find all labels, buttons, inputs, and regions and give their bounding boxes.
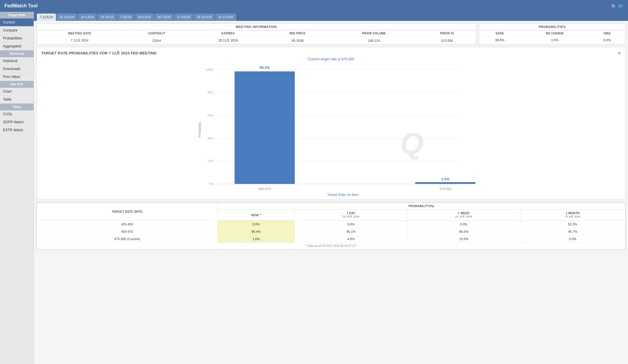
- col-mid-price: MID PRICE: [266, 30, 330, 37]
- tab-18-6月25[interactable]: 18 6月25: [135, 14, 154, 21]
- meeting-info-header: MEETING INFORMATION: [37, 24, 476, 30]
- col-1-day: 1 DAY25 10月 2024: [295, 210, 407, 221]
- cell-1d-2: 95.1%: [295, 228, 407, 235]
- refresh-icon[interactable]: ↻: [612, 3, 615, 9]
- cell-prior-volume: 100,124: [330, 37, 418, 44]
- cell-now-3: 1.6%: [218, 235, 295, 243]
- tab-7-5月25[interactable]: 7 5月25: [117, 14, 135, 21]
- cell-rate-1: 425-450: [37, 221, 218, 228]
- svg-text:100%: 100%: [206, 68, 213, 72]
- probabilities-header: PROBABILITIES: [479, 24, 626, 30]
- sidebar-section-tools: Tools: [0, 104, 34, 110]
- cell-prior-oi: 513,556: [418, 37, 476, 44]
- layout: Target Rate Current Compare Probabilitie…: [0, 12, 628, 364]
- chart-container: Probability 100% 80% 60% 40% 20%: [41, 64, 621, 196]
- cell-meeting-date: 7 11月 2024: [37, 37, 123, 44]
- cell-1w-1: 0.0%: [407, 221, 520, 228]
- cell-mid-price: 95.3538: [266, 37, 330, 44]
- svg-text:0%: 0%: [209, 182, 213, 186]
- col-1-month: 1 MONTH27 9月 2024: [520, 210, 625, 221]
- cell-rate-2: 450-475: [37, 228, 218, 235]
- svg-text:98.4%: 98.4%: [260, 66, 270, 70]
- cell-ease: 98.4%: [479, 37, 521, 44]
- col-prior-volume: PRIOR VOLUME: [330, 30, 418, 37]
- tab-17-9月25[interactable]: 17 9月25: [174, 14, 193, 21]
- cell-contract: ZQX4: [123, 37, 191, 44]
- bar-450-475: [235, 72, 295, 184]
- chart-svg: Probability 100% 80% 60% 40% 20%: [41, 64, 621, 196]
- sidebar-item-cvol[interactable]: CVOL: [0, 110, 34, 118]
- cell-no-change: 1.6%: [521, 37, 589, 44]
- chart-subtitle: Current target rate is 475-500: [41, 57, 621, 61]
- probabilities-table: EASE NO CHANGE HIKE 98.4% 1.6% 0.0%: [479, 30, 626, 43]
- cell-expires: 29 11月 2024: [191, 37, 266, 44]
- tab-29-1月25[interactable]: 29 1月25: [78, 14, 97, 21]
- app-title: FedWatch Tool: [4, 3, 38, 9]
- col-1-week: 1 WEEK21 10月 2024: [407, 210, 520, 221]
- sidebar-item-probabilities[interactable]: Probabilities: [0, 34, 34, 42]
- svg-text:Target Rate (in bps): Target Rate (in bps): [327, 193, 359, 196]
- col-hike: HIKE: [589, 30, 625, 37]
- sidebar-item-downloads[interactable]: Downloads: [0, 65, 34, 73]
- footer-row: * Data as of 28.10月 2024 06:34:07 CT: [37, 243, 625, 250]
- meeting-info-box: MEETING INFORMATION MEETING DATE CONTRAC…: [36, 23, 476, 44]
- col-meeting-date: MEETING DATE: [37, 30, 123, 37]
- sidebar-item-prior-hikes[interactable]: Prior Hikes: [0, 73, 34, 81]
- svg-text:40%: 40%: [208, 137, 213, 140]
- cell-rate-3: 475-500 (Current): [37, 235, 218, 243]
- chart-title: TARGET RATE PROBABILITIES FOR 7 11月 2024…: [41, 51, 157, 56]
- sidebar-item-historical[interactable]: Historical: [0, 57, 34, 65]
- sidebar-item-chart[interactable]: Chart: [0, 88, 34, 96]
- svg-text:60%: 60%: [208, 114, 213, 117]
- info-row: MEETING INFORMATION MEETING DATE CONTRAC…: [36, 23, 626, 44]
- sidebar-item-current[interactable]: Current: [0, 19, 34, 26]
- probabilities-box: PROBABILITIES EASE NO CHANGE HIKE 98.4%: [479, 23, 626, 44]
- tab-19-3月25[interactable]: 19 3月25: [97, 14, 117, 21]
- table-row: 475-500 (Current) 1.6% 4.9% 13.5% 0.0%: [37, 235, 625, 243]
- svg-text:475-500: 475-500: [439, 187, 451, 191]
- sidebar-item-table[interactable]: Table: [0, 96, 34, 104]
- content-area: MEETING INFORMATION MEETING DATE CONTRAC…: [34, 21, 628, 252]
- cell-1w-3: 13.5%: [407, 235, 520, 243]
- col-target-rate-bps: TARGET RATE (BPS): [37, 203, 218, 221]
- col-ease: EASE: [479, 30, 521, 37]
- sidebar-item-estr-watch[interactable]: ESTR Watch: [0, 126, 34, 134]
- table-row: 425-450 0.0% 0.0% 0.0% 53.3%: [37, 221, 625, 228]
- chart-menu-icon[interactable]: ≡: [618, 51, 621, 56]
- svg-text:Q: Q: [400, 127, 424, 160]
- sidebar-item-compare[interactable]: Compare: [0, 26, 34, 34]
- footer-note: * Data as of 28.10月 2024 06:34:07 CT: [37, 243, 625, 250]
- svg-text:450-475: 450-475: [259, 187, 271, 191]
- sidebar-item-sofr-watch[interactable]: SOFR Watch: [0, 118, 34, 126]
- bar-475-500: [415, 182, 475, 184]
- meeting-info-table: MEETING DATE CONTRACT EXPIRES MID PRICE …: [37, 30, 476, 44]
- table-row: 450-475 98.4% 95.1% 86.5% 46.7%: [37, 228, 625, 235]
- bottom-table-area: TARGET RATE (BPS) PROBABILITY(%) NOW * 1…: [36, 202, 626, 250]
- twitter-icon[interactable]: 🐦: [618, 3, 624, 9]
- tab-10-12月25[interactable]: 10 12月25: [215, 14, 236, 21]
- cell-now-2: 98.4%: [218, 228, 295, 235]
- cell-1d-3: 4.9%: [295, 235, 407, 243]
- cell-hike: 0.0%: [589, 37, 625, 44]
- col-no-change: NO CHANGE: [521, 30, 589, 37]
- bottom-table: TARGET RATE (BPS) PROBABILITY(%) NOW * 1…: [37, 202, 625, 250]
- meeting-tabs: 7 11月24 18 12月24 29 1月25 19 3月25 7 5月25 …: [34, 12, 628, 21]
- sidebar-section-historical: Historical: [0, 50, 34, 57]
- svg-text:1.6%: 1.6%: [441, 177, 450, 181]
- header-icons: ↻ 🐦: [612, 3, 624, 9]
- tab-18-12月24[interactable]: 18 12月24: [57, 14, 77, 21]
- sidebar: Target Rate Current Compare Probabilitie…: [0, 12, 34, 364]
- cell-1w-2: 86.5%: [407, 228, 520, 235]
- tab-30-7月25[interactable]: 30 7月25: [155, 14, 174, 21]
- main-content: 7 11月24 18 12月24 29 1月25 19 3月25 7 5月25 …: [34, 12, 628, 364]
- col-probability-header: PROBABILITY(%): [218, 203, 625, 210]
- cell-1m-2: 46.7%: [520, 228, 625, 235]
- chart-area: TARGET RATE PROBABILITIES FOR 7 11月 2024…: [36, 47, 626, 200]
- tab-7-11月24[interactable]: 7 11月24: [37, 14, 56, 21]
- sidebar-section-target-rate: Target Rate: [0, 12, 34, 19]
- cell-1m-1: 53.3%: [520, 221, 625, 228]
- col-expires: EXPIRES: [191, 30, 266, 37]
- col-contract: CONTRACT: [123, 30, 191, 37]
- tab-29-10月25[interactable]: 29 10月25: [194, 14, 215, 21]
- sidebar-item-aggregated[interactable]: Aggregated: [0, 42, 34, 50]
